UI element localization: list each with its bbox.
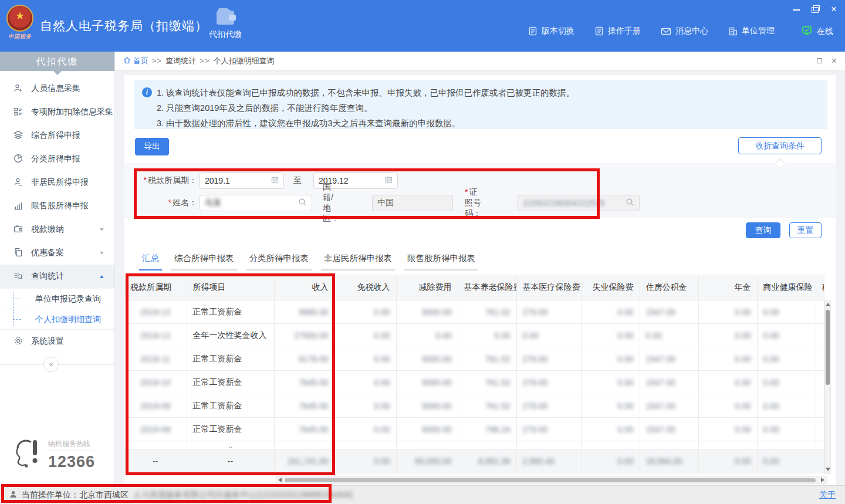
table-cell (640, 441, 698, 449)
home-icon (123, 56, 131, 66)
window-minimize-icon[interactable] (792, 5, 800, 13)
vertical-scroll-thumb[interactable] (826, 310, 830, 385)
table-cell: 2019-09 (124, 394, 187, 418)
table-cell: 5000.00 (396, 394, 458, 418)
pane-maximize-icon[interactable] (817, 58, 822, 63)
reset-button[interactable]: 重置 (789, 222, 822, 238)
sidebar-subitem-personal-withholding-query[interactable]: 个人扣缴明细查询 (0, 309, 114, 329)
horizontal-scroll-thumb[interactable] (285, 478, 816, 482)
menu-message-center[interactable]: 消息中心 (661, 26, 708, 36)
sidebar-subitem-unit-declaration-query[interactable]: 单位申报记录查询 (0, 288, 114, 309)
table-cell: 761.52 (458, 347, 516, 371)
export-button[interactable]: 导出 (135, 138, 169, 155)
query-statistics-submenu: 单位申报记录查询 个人扣缴明细查询 (0, 288, 114, 330)
star-icon: ★ (8, 11, 32, 21)
table-cell: 161,741.00 (274, 449, 334, 473)
tab-classified-income[interactable]: 分类所得申报表 (246, 249, 312, 270)
table-cell: 0.00 (334, 371, 396, 394)
result-table-wrap: 税款所属期所得项目收入免税收入减除费用基本养老保险费基本医疗保险费失业保险费住房… (124, 275, 831, 474)
menu-manual[interactable]: 操作手册 (594, 26, 641, 36)
result-tabs: 汇总 综合所得申报表 分类所得申报表 非居民所得申报表 限售股所得申报表 (139, 249, 478, 270)
tab-nonresident-income[interactable]: 非居民所得申报表 (321, 249, 395, 270)
table-cell (816, 441, 824, 449)
window-restore-icon[interactable] (811, 5, 819, 13)
online-monitor-icon (802, 26, 812, 38)
about-link[interactable]: 关于 (819, 490, 836, 500)
sidebar-item-system-settings[interactable]: 系统设置 (0, 330, 114, 353)
table-row[interactable]: 2019-12全年一次性奖金收入27500.000.000.000.000.00… (124, 324, 824, 347)
table-row[interactable]: 2019-11正常工资薪金9178.000.005000.00761.52279… (124, 347, 824, 371)
table-total-row[interactable]: ----161,741.000.0060,000.008,991.362,960… (124, 449, 824, 473)
sidebar-collapse-button[interactable]: « (43, 357, 59, 372)
sidebar-item-personnel-info[interactable]: 人员信息采集 (0, 77, 114, 100)
table-cell: 5000.00 (396, 347, 458, 371)
table-cell: 0.00 (698, 371, 757, 394)
tab-summary[interactable]: 汇总 (139, 249, 162, 270)
notice-box: i 1. 该查询统计表仅能查询已申报成功的数据，不包含未申报、申报失败，已申报但… (134, 80, 827, 129)
sidebar-item-nonresident-income[interactable]: 非居民所得申报 (0, 171, 114, 194)
sidebar-item-query-statistics[interactable]: 查询统计 ▲ (0, 265, 114, 288)
sidebar-item-tax-payment[interactable]: 税款缴纳 ▼ (0, 218, 114, 241)
id-number-value-redacted: 110502199304222529 (523, 198, 626, 208)
horizontal-scrollbar[interactable] (276, 476, 827, 484)
scroll-down-icon[interactable] (825, 466, 830, 473)
table-row[interactable]: 2019-10正常工资薪金7645.000.005000.00761.52279… (124, 371, 824, 394)
sidebar-item-comprehensive-income[interactable]: 综合所得申报 (0, 124, 114, 147)
hotline-label: 纳税服务热线 (48, 439, 95, 451)
table-cell: 2019-08 (124, 418, 187, 441)
table-cell: 7645.00 (274, 394, 334, 418)
gear-icon (13, 336, 23, 348)
tab-comprehensive-income[interactable]: 综合所得申报表 (171, 249, 237, 270)
table-cell: 0.00 (698, 418, 757, 441)
scroll-left-icon[interactable] (277, 477, 284, 483)
table-cell: 0.00 (334, 394, 396, 418)
period-from-input[interactable]: 2019.1 (200, 172, 284, 189)
table-cell: 18,564.00 (640, 449, 698, 473)
window-close-icon[interactable]: × (830, 5, 838, 13)
sidebar-item-preferential-record[interactable]: 优惠备案 ▼ (0, 241, 114, 265)
search-list-icon (13, 270, 23, 283)
breadcrumb-home[interactable]: 首页 (123, 56, 148, 66)
collapse-query-button[interactable]: 收折查询条件 (738, 137, 822, 154)
calendar-icon[interactable] (271, 176, 279, 185)
name-input[interactable]: 马某 (200, 195, 312, 211)
status-bar: 当前操作单位：北京市西城区 人力资源服务有限公司共服务中心(12J1010213… (0, 485, 845, 504)
table-cell: 7645.00 (274, 371, 334, 394)
table-cell: 5000.00 (396, 371, 458, 394)
breadcrumb-level1[interactable]: 查询统计 (165, 56, 196, 66)
vertical-scrollbar[interactable] (824, 300, 831, 474)
table-row[interactable]: 2019-08正常工资薪金7645.000.005000.00798.24279… (124, 418, 824, 441)
sidebar-item-classified-income[interactable]: 分类所得申报 (0, 147, 114, 171)
table-row[interactable]: 2019-09正常工资薪金7645.000.005000.00761.52279… (124, 394, 824, 418)
table-cell (816, 324, 824, 347)
table-cell: 5000.00 (396, 418, 458, 441)
table-row: .. (124, 441, 824, 449)
pane-close-icon[interactable]: × (832, 58, 837, 64)
main-area: 首页 >> 查询统计 >> 个人扣缴明细查询 × i 1. 该查询统计表仅能查询… (115, 52, 845, 485)
period-label: *税款所属期： (136, 175, 197, 186)
scroll-up-icon[interactable] (825, 301, 830, 308)
tab-restricted-stock[interactable]: 限售股所得申报表 (404, 249, 478, 270)
id-number-input[interactable]: 110502199304222529 (518, 195, 640, 211)
sidebar-item-special-deduction[interactable]: 专项附加扣除信息采集 (0, 100, 114, 124)
manual-icon (594, 26, 604, 36)
online-status[interactable]: 在线 (802, 26, 833, 38)
nationality-input[interactable]: 中国 (372, 195, 453, 211)
scroll-right-icon[interactable] (819, 477, 826, 483)
menu-version-switch[interactable]: 版本切换 (528, 26, 574, 36)
search-icon[interactable] (298, 198, 307, 208)
table-row[interactable]: 2019-12正常工资薪金9985.000.005000.00761.52279… (124, 300, 824, 324)
tab-withholding[interactable]: 代扣代缴 (204, 8, 246, 52)
table-cell: 正常工资薪金 (187, 347, 274, 371)
table-cell: 0.00 (698, 394, 757, 418)
sidebar-item-restricted-stock[interactable]: 限售股所得申报 (0, 194, 114, 218)
table-cell: 0.00 (581, 394, 640, 418)
table-cell: 8,991.36 (458, 449, 516, 473)
calendar-icon[interactable] (385, 176, 393, 185)
search-icon[interactable] (626, 198, 634, 208)
query-button[interactable]: 查询 (746, 222, 780, 238)
table-cell: 1547.00 (640, 394, 698, 418)
menu-organization[interactable]: 单位管理 (728, 26, 775, 36)
pie-chart-icon (13, 153, 23, 165)
layers-icon (13, 130, 23, 142)
